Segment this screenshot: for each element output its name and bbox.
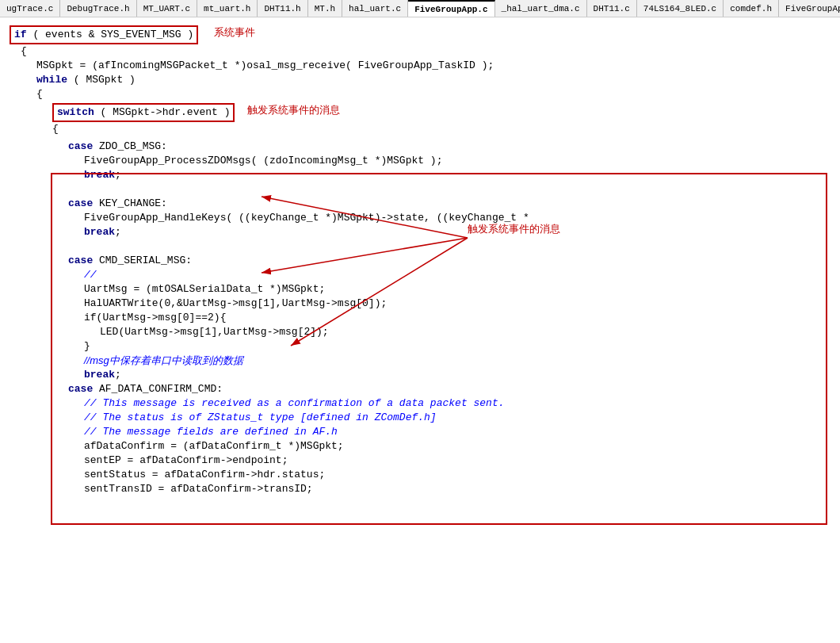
code-line-blank2 <box>5 239 835 254</box>
code-line-case-key: case KEY_CHANGE: <box>5 197 835 211</box>
code-line-switch: switch ( MSGpkt->hdr.event ) 触发系统事件的消息 <box>5 103 835 122</box>
tab-74LS164[interactable]: 74LS164_8LED.c <box>637 0 724 17</box>
code-line-if: if ( events & SYS_EVENT_MSG ) 系统事件 <box>5 25 835 44</box>
code-line-processzdom: FiveGroupApp_ProcessZDOMsgs( (zdoIncomin… <box>5 154 835 168</box>
code-line-sentstatus: sentStatus = afDataConfirm->hdr.status; <box>5 468 835 482</box>
tab-hal_uart[interactable]: hal_uart.c <box>342 0 408 17</box>
code-line-comment3: // The message fields are defined in AF.… <box>5 425 835 439</box>
code-line-senttransid: sentTransID = afDataConfirm->transID; <box>5 482 835 496</box>
code-line-handlekeys: FiveGroupApp_HandleKeys( ((keyChange_t *… <box>5 211 835 225</box>
annotation-trigger2: 触发系统事件的消息 <box>468 222 560 236</box>
annotation-sys-event: 系统事件 <box>214 25 255 40</box>
code-area: if ( events & SYS_EVENT_MSG ) 系统事件 { MSG… <box>0 17 840 643</box>
code-line-brace1: { <box>5 44 835 59</box>
code-line-case-zdo: case ZDO_CB_MSG: <box>5 140 835 154</box>
code-line-if-uart: if(UartMsg->msg[0]==2){ <box>5 311 835 325</box>
code-line-break2: break; <box>5 225 835 239</box>
code-line-led: LED(UartMsg->msg[1],UartMsg->msg[2]); <box>5 325 835 339</box>
code-line-comment2: // The status is of ZStatus_t type [defi… <box>5 411 835 425</box>
code-line-brace-close: } <box>5 339 835 354</box>
code-line-case-af: case AF_DATA_CONFIRM_CMD: <box>5 382 835 396</box>
code-line-comment1: // This message is received as a confirm… <box>5 396 835 411</box>
tab-hal_uart_dma[interactable]: _hal_uart_dma.c <box>495 0 587 17</box>
code-line-break3: break; <box>5 368 835 382</box>
switch-box: switch ( MSGpkt->hdr.event ) <box>52 103 235 122</box>
code-line-haluart: HalUARTWrite(0,&UartMsg->msg[1],UartMsg-… <box>5 297 835 311</box>
tab-bar: ugTrace.c DebugTrace.h MT_UART.c mt_uart… <box>0 0 840 17</box>
code-line-comment-empty: // <box>5 268 835 282</box>
code-line-brace3: { <box>5 122 835 136</box>
annotation-trigger1: 触发系统事件的消息 <box>247 103 340 117</box>
tab-MT_UART[interactable]: MT_UART.c <box>137 0 197 17</box>
code-line-blank1 <box>5 182 835 197</box>
code-line-afdata: afDataConfirm = (afDataConfirm_t *)MSGpk… <box>5 439 835 454</box>
code-line-msg-comment: //msg中保存着串口中读取到的数据 <box>5 354 835 368</box>
tab-DebugTrace[interactable]: DebugTrace.h <box>60 0 136 17</box>
tab-MTh[interactable]: MT.h <box>308 0 342 17</box>
tab-mt_uart[interactable]: mt_uart.h <box>197 0 258 17</box>
if-box: if ( events & SYS_EVENT_MSG ) <box>10 25 198 44</box>
code-line-sentep: sentEP = afDataConfirm->endpoint; <box>5 454 835 468</box>
tab-comdef[interactable]: comdef.h <box>724 0 779 17</box>
tab-FiveGroupApph[interactable]: FiveGroupApp.h <box>779 0 840 17</box>
code-line-case-cmd: case CMD_SERIAL_MSG: <box>5 254 835 268</box>
tab-DHT11h[interactable]: DHT11.h <box>258 0 307 17</box>
code-line-break1: break; <box>5 168 835 182</box>
code-line-uartmsg: UartMsg = (mtOSALSerialData_t *)MSGpkt; <box>5 282 835 297</box>
tab-FiveGroupApp[interactable]: FiveGroupApp.c <box>408 0 494 17</box>
tab-DHT11c[interactable]: DHT11.c <box>587 0 637 17</box>
code-line-msgpkt: MSGpkt = (afIncomingMSGPacket_t *)osal_m… <box>5 59 835 73</box>
code-line-while: while ( MSGpkt ) <box>5 73 835 87</box>
code-line-brace2: { <box>5 87 835 101</box>
tab-ugTrace[interactable]: ugTrace.c <box>0 0 60 17</box>
